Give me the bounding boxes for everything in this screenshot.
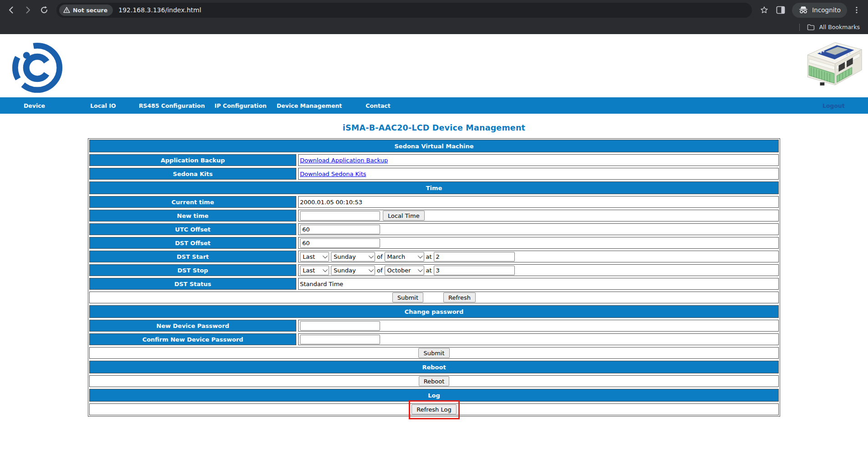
masthead <box>0 34 868 97</box>
dst-stop-hour-input[interactable] <box>434 266 515 275</box>
dst-start-month-select[interactable]: March <box>385 252 424 262</box>
confirm-new-device-password-input[interactable] <box>300 335 380 344</box>
company-logo <box>11 41 64 94</box>
section-header-time: Time <box>89 181 779 194</box>
table-row-password-actions: Submit <box>89 347 779 359</box>
dst-start-day-select[interactable]: Sunday <box>331 252 375 262</box>
dst-start-at-label: at <box>426 253 432 260</box>
table-row-application-backup: Application Backup Download Application … <box>89 154 779 166</box>
new-time-label: New time <box>89 210 296 221</box>
not-secure-chip[interactable]: Not secure <box>59 5 113 16</box>
log-header: Log <box>89 389 779 402</box>
incognito-badge[interactable]: Incognito <box>792 3 847 18</box>
chevron-down-icon <box>417 253 422 258</box>
dst-start-of-label: of <box>377 253 383 260</box>
table-row-time-actions: Submit Refresh <box>89 292 779 303</box>
table-row-log-action: Refresh Log <box>89 403 779 415</box>
table-row-dst-start: DST Start Last Sunday of March at <box>89 251 779 262</box>
time-refresh-button[interactable]: Refresh <box>443 292 476 302</box>
table-row-reboot-action: Reboot <box>89 375 779 387</box>
device-photo <box>794 38 865 95</box>
dst-offset-input[interactable] <box>300 238 380 248</box>
nav-item-device-management[interactable]: Device Management <box>275 102 344 109</box>
table-row-sedona-kits: Sedona Kits Download Sedona Kits <box>89 168 779 180</box>
sedona-kits-label: Sedona Kits <box>89 168 296 180</box>
reboot-header: Reboot <box>89 361 779 373</box>
dst-start-hour-input[interactable] <box>434 252 515 262</box>
section-header-log: Log <box>89 389 779 402</box>
reboot-button[interactable]: Reboot <box>419 376 450 386</box>
dst-stop-label: DST Stop <box>89 264 296 276</box>
sedona-vm-header: Sedona Virtual Machine <box>89 140 779 152</box>
new-time-input[interactable] <box>300 211 380 221</box>
new-device-password-label: New Device Password <box>89 320 296 332</box>
dst-stop-week-select[interactable]: Last <box>300 266 329 275</box>
bookmark-star-icon[interactable] <box>757 3 771 17</box>
dst-stop-month-select[interactable]: October <box>385 266 424 275</box>
nav-item-rs485-configuration[interactable]: RS485 Configuration <box>137 102 206 109</box>
nav-item-logout[interactable]: Logout <box>799 102 868 109</box>
chevron-down-icon <box>323 253 328 258</box>
incognito-icon <box>798 6 808 14</box>
dst-start-week-select[interactable]: Last <box>300 252 329 262</box>
chevron-down-icon <box>323 267 328 272</box>
confirm-new-device-password-label: Confirm New Device Password <box>89 333 296 345</box>
current-time-label: Current time <box>89 196 296 208</box>
nav-item-ip-configuration[interactable]: IP Configuration <box>206 102 275 109</box>
incognito-label: Incognito <box>812 6 841 14</box>
chevron-down-icon <box>417 267 422 272</box>
url-text[interactable]: 192.168.3.136/index.html <box>118 6 201 14</box>
download-application-backup-link[interactable]: Download Application Backup <box>300 157 388 164</box>
bookmarks-separator <box>799 24 800 31</box>
application-backup-label: Application Backup <box>89 154 296 166</box>
dst-stop-of-label: of <box>377 267 383 274</box>
change-password-header: Change password <box>89 305 779 318</box>
dst-status-label: DST Status <box>89 278 296 290</box>
section-header-reboot: Reboot <box>89 361 779 373</box>
local-time-button[interactable]: Local Time <box>383 211 425 221</box>
table-row-dst-offset: DST Offset <box>89 237 779 249</box>
page-title: iSMA-B-AAC20-LCD Device Management <box>0 123 868 132</box>
current-time-value: 2000.01.05 00:10:53 <box>300 199 362 206</box>
table-row-new-time: New time Local Time <box>89 210 779 221</box>
chevron-down-icon <box>369 253 374 258</box>
dst-offset-label: DST Offset <box>89 237 296 249</box>
not-secure-label: Not secure <box>73 7 107 14</box>
browser-chrome: Not secure 192.168.3.136/index.html Inco… <box>0 0 868 34</box>
all-bookmarks-label[interactable]: All Bookmarks <box>819 24 860 30</box>
dst-status-value: Standard Time <box>300 281 343 287</box>
table-row-utc-offset: UTC Offset <box>89 223 779 235</box>
nav-item-device[interactable]: Device <box>0 102 69 109</box>
main-nav: Device Local IO RS485 Configuration IP C… <box>0 97 868 114</box>
nav-item-contact[interactable]: Contact <box>344 102 412 109</box>
table-row-new-password: New Device Password <box>89 320 779 332</box>
warning-triangle-icon <box>63 7 70 13</box>
nav-item-local-io[interactable]: Local IO <box>69 102 137 109</box>
back-icon[interactable] <box>5 3 18 17</box>
section-header-sedona-vm: Sedona Virtual Machine <box>89 140 779 152</box>
menu-dots-icon[interactable] <box>850 3 863 17</box>
folder-icon <box>807 24 815 30</box>
new-device-password-input[interactable] <box>300 321 380 331</box>
section-header-change-password: Change password <box>89 305 779 318</box>
utc-offset-input[interactable] <box>300 225 380 234</box>
address-bar[interactable]: Not secure 192.168.3.136/index.html <box>56 3 752 18</box>
time-header: Time <box>89 181 779 194</box>
device-management-table: Sedona Virtual Machine Application Backu… <box>88 138 780 417</box>
refresh-log-button[interactable]: Refresh Log <box>411 404 456 414</box>
table-row-current-time: Current time 2000.01.05 00:10:53 <box>89 196 779 208</box>
browser-toolbar: Not secure 192.168.3.136/index.html Inco… <box>0 0 868 20</box>
dst-stop-day-select[interactable]: Sunday <box>331 266 375 275</box>
bookmarks-bar: All Bookmarks <box>0 20 868 34</box>
side-panel-icon[interactable] <box>774 3 787 17</box>
download-sedona-kits-link[interactable]: Download Sedona Kits <box>300 171 366 177</box>
reload-icon[interactable] <box>37 3 51 17</box>
table-row-dst-status: DST Status Standard Time <box>89 278 779 290</box>
forward-icon[interactable] <box>21 3 35 17</box>
password-submit-button[interactable]: Submit <box>418 348 449 358</box>
table-row-dst-stop: DST Stop Last Sunday of October at <box>89 264 779 276</box>
time-submit-button[interactable]: Submit <box>392 292 423 302</box>
dst-stop-at-label: at <box>426 267 432 274</box>
table-row-confirm-password: Confirm New Device Password <box>89 333 779 345</box>
chevron-down-icon <box>369 267 374 272</box>
